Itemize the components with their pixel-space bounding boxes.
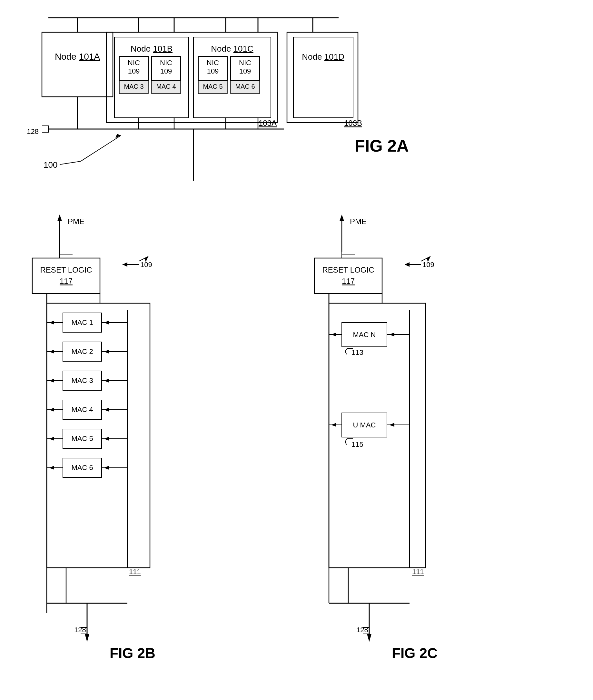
svg-marker-37	[123, 262, 127, 267]
svg-marker-65	[49, 437, 54, 441]
pme-fig2c-label: PME	[350, 217, 367, 226]
mac3-label: MAC 3	[124, 83, 144, 90]
svg-marker-67	[104, 437, 109, 441]
svg-marker-92	[331, 333, 336, 337]
ref-109-fig2c: 109	[423, 261, 434, 269]
chassis-103b-label: 103B	[344, 119, 362, 127]
svg-marker-45	[49, 321, 54, 324]
ref-113-fig2c: 113	[352, 348, 363, 356]
svg-marker-52	[104, 350, 109, 354]
mac6-label: MAC 6	[235, 83, 255, 90]
nic-109a-label: NIC	[128, 59, 140, 67]
ref-128-fig2b: 128	[74, 626, 86, 634]
svg-marker-62	[104, 408, 109, 412]
chassis-103a-label: 103A	[259, 119, 277, 127]
svg-marker-79	[340, 215, 344, 221]
nic-109d-ref: 109	[239, 67, 251, 75]
pme-fig2b-label: PME	[68, 217, 84, 226]
svg-marker-47	[104, 321, 109, 324]
svg-marker-72	[104, 466, 109, 470]
svg-rect-7	[42, 32, 113, 97]
ref-100-label: 100	[43, 160, 57, 170]
nic-109b-label: NIC	[160, 59, 172, 67]
svg-rect-35	[32, 258, 100, 294]
svg-marker-70	[49, 466, 54, 470]
mac3-fig2b-label: MAC 3	[71, 377, 93, 385]
node-101b-label: Node 101B	[130, 44, 172, 53]
svg-marker-60	[49, 408, 54, 412]
nic-109a-ref: 109	[128, 67, 140, 75]
svg-marker-104	[367, 634, 371, 642]
svg-marker-94	[389, 333, 394, 337]
fig2b-label: FIG 2B	[110, 645, 155, 661]
svg-marker-55	[49, 379, 54, 383]
svg-rect-40	[47, 303, 150, 568]
mac2-fig2b-label: MAC 2	[71, 347, 93, 355]
node-101a-label: Node 101A	[55, 52, 100, 62]
svg-line-30	[60, 161, 81, 164]
svg-line-28	[81, 135, 121, 161]
svg-marker-84	[405, 262, 409, 267]
reset-logic-fig2c-ref: 117	[342, 277, 355, 285]
mac5-fig2b-label: MAC 5	[71, 434, 93, 442]
node-101d-label: Node 101D	[302, 52, 344, 62]
svg-marker-97	[331, 423, 336, 427]
nic-109b-ref: 109	[160, 67, 172, 75]
node-101c-label: Node 101C	[211, 44, 253, 53]
umac-fig2c-label: U MAC	[353, 421, 376, 429]
ref-111-fig2b: 111	[129, 568, 141, 576]
mac6-fig2b-label: MAC 6	[71, 464, 93, 472]
ref-115-fig2c: 115	[352, 440, 363, 449]
macn-fig2c-label: MAC N	[353, 330, 376, 339]
reset-logic-fig2b-label: RESET LOGIC	[40, 266, 92, 274]
nic-109c-label: NIC	[207, 59, 219, 67]
svg-rect-87	[329, 303, 426, 568]
svg-marker-50	[49, 350, 54, 354]
ref-109-fig2b: 109	[140, 261, 152, 269]
reset-logic-fig2b-ref: 117	[60, 277, 73, 285]
svg-rect-82	[314, 258, 382, 294]
ref-111-fig2c: 111	[412, 568, 424, 576]
nic-109d-label: NIC	[239, 59, 251, 67]
fig2a-label: FIG 2A	[355, 137, 409, 155]
mac4-fig2b-label: MAC 4	[71, 405, 93, 414]
fig2c-label: FIG 2C	[392, 645, 438, 661]
reset-logic-fig2c-label: RESET LOGIC	[322, 266, 374, 274]
diagram-container: Node 101A Node 101B NIC 109 NIC 109 MAC …	[0, 0, 593, 700]
svg-rect-19	[287, 32, 358, 123]
ref-128-fig2c: 128	[356, 626, 368, 634]
svg-marker-57	[104, 379, 109, 383]
svg-marker-99	[389, 423, 394, 427]
mac1-fig2b-label: MAC 1	[71, 318, 93, 326]
nic-109c-ref: 109	[207, 67, 219, 75]
mac5-label: MAC 5	[203, 83, 223, 90]
svg-marker-32	[57, 215, 62, 221]
svg-rect-20	[293, 37, 353, 118]
svg-marker-77	[85, 634, 89, 642]
mac4-label: MAC 4	[156, 83, 176, 90]
ref-128-fig2a: 128	[27, 127, 39, 135]
